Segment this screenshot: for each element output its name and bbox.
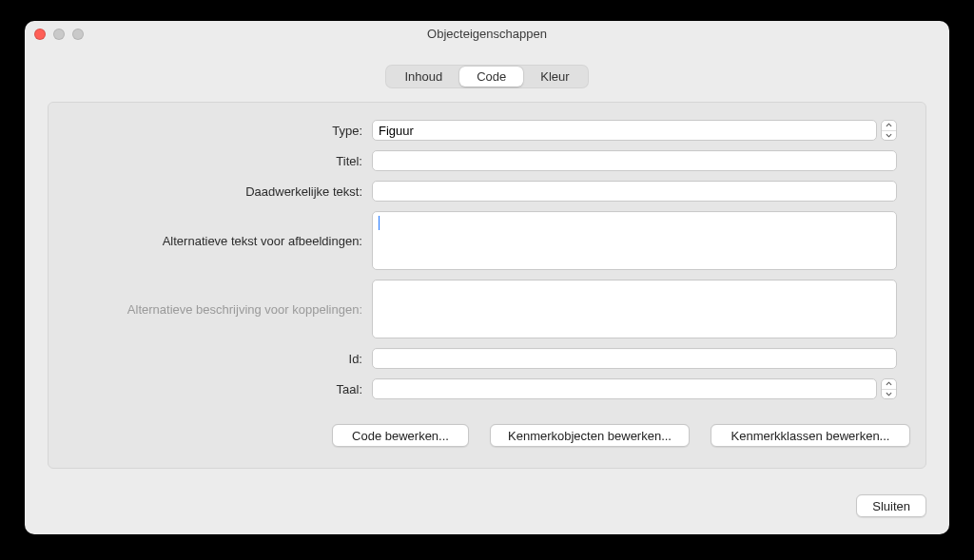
tab-inhoud[interactable]: Inhoud — [387, 67, 459, 87]
lang-field[interactable] — [372, 378, 877, 399]
type-field[interactable] — [372, 120, 877, 141]
label-id: Id: — [77, 352, 362, 366]
segmented-control: Inhoud Code Kleur — [385, 65, 588, 88]
zoom-window-button[interactable] — [72, 29, 84, 40]
window-traffic-lights — [34, 29, 84, 40]
chevron-up-icon — [882, 121, 896, 131]
id-field[interactable] — [372, 348, 897, 369]
actual-text-field[interactable] — [372, 181, 897, 202]
alt-links-textarea — [372, 280, 897, 338]
label-alt-links: Alternatieve beschrijving voor koppeling… — [77, 280, 362, 317]
tab-bar: Inhoud Code Kleur — [25, 48, 949, 88]
label-type: Type: — [77, 124, 362, 138]
close-button[interactable]: Sluiten — [856, 494, 926, 517]
alt-images-textarea[interactable] — [372, 211, 897, 270]
tab-kleur[interactable]: Kleur — [523, 67, 586, 87]
row-alt-links: Alternatieve beschrijving voor koppeling… — [77, 280, 897, 338]
edit-attr-classes-button[interactable]: Kenmerkklassen bewerken... — [711, 424, 910, 447]
row-title: Titel: — [77, 150, 897, 171]
row-lang: Taal: — [77, 378, 897, 399]
label-title: Titel: — [77, 154, 362, 168]
row-alt-images: Alternatieve tekst voor afbeeldingen: — [77, 211, 897, 270]
type-stepper[interactable] — [881, 120, 897, 141]
minimize-window-button[interactable] — [53, 29, 65, 40]
row-actual-text: Daadwerkelijke tekst: — [77, 181, 897, 202]
label-actual-text: Daadwerkelijke tekst: — [77, 184, 362, 199]
dialog-footer: Sluiten — [856, 494, 926, 517]
form-panel: Type: Titel: Daadwerkelijke tekst: Alter — [48, 102, 926, 469]
title-field[interactable] — [372, 150, 897, 171]
label-alt-images: Alternatieve tekst voor afbeeldingen: — [77, 211, 362, 248]
row-type: Type: — [77, 120, 897, 141]
label-lang: Taal: — [77, 382, 362, 396]
window-title: Objecteigenschappen — [427, 27, 547, 41]
text-caret — [379, 216, 380, 230]
dialog-window: Objecteigenschappen Inhoud Code Kleur Ty… — [25, 21, 949, 534]
chevron-down-icon — [882, 131, 896, 141]
action-button-row: Code bewerken... Kenmerkobjecten bewerke… — [77, 424, 897, 447]
edit-attr-objects-button[interactable]: Kenmerkobjecten bewerken... — [490, 424, 690, 447]
lang-stepper[interactable] — [881, 378, 897, 399]
chevron-up-icon — [882, 379, 896, 390]
titlebar: Objecteigenschappen — [25, 21, 949, 48]
close-window-button[interactable] — [34, 29, 46, 40]
edit-code-button[interactable]: Code bewerken... — [332, 424, 469, 447]
chevron-down-icon — [882, 390, 896, 399]
row-id: Id: — [77, 348, 897, 369]
tab-code[interactable]: Code — [459, 67, 523, 87]
